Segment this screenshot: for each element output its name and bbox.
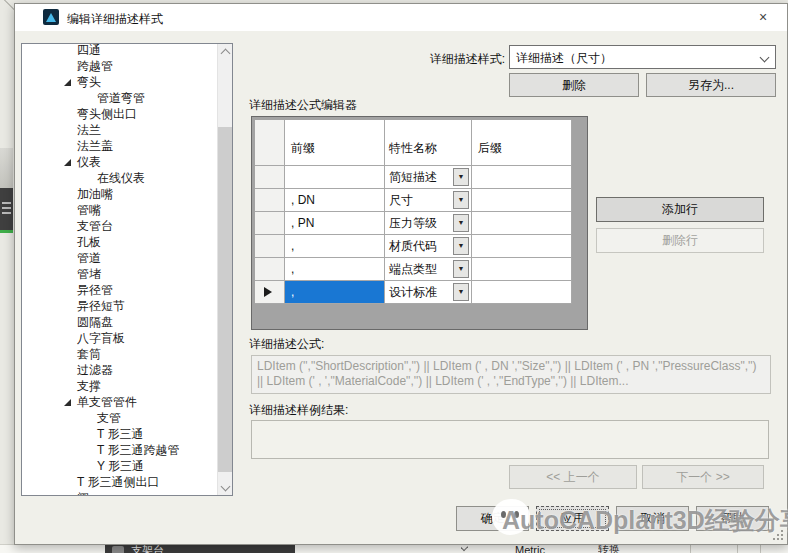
tree-item-label: 弯头侧出口 — [22, 106, 137, 122]
grid-corner-cell — [255, 120, 285, 166]
property-combobox[interactable]: 材质代码▼ — [385, 235, 472, 258]
expand-collapse-icon[interactable] — [64, 399, 71, 406]
suffix-cell[interactable] — [472, 189, 572, 212]
tree-item[interactable]: 弯头侧出口 — [22, 106, 217, 122]
resize-grip-icon[interactable] — [771, 528, 783, 540]
cancel-button[interactable]: 取消 — [616, 506, 689, 531]
prefix-cell[interactable]: , DN — [285, 189, 385, 212]
tree-item[interactable]: 管嘴 — [22, 202, 217, 218]
tree-item[interactable]: 四通 — [22, 43, 217, 58]
dropdown-button[interactable]: ▼ — [453, 237, 469, 255]
tree-item-label: 法兰 — [22, 122, 101, 138]
formula-grid[interactable]: 前缀 特性名称 后缀 简短描述▼, DN尺寸▼, PN压力等级▼,材质代码▼,端… — [255, 120, 572, 304]
close-icon[interactable]: × — [751, 7, 775, 28]
tree-item-label: 阀 — [22, 490, 89, 496]
tree-item[interactable]: 圆隔盘 — [22, 314, 217, 330]
formula-row[interactable]: ,端点类型▼ — [255, 258, 572, 281]
suffix-cell[interactable] — [472, 212, 572, 235]
scroll-down-icon[interactable] — [218, 480, 233, 495]
row-selector[interactable] — [255, 235, 285, 258]
property-combobox[interactable]: 端点类型▼ — [385, 258, 472, 281]
formula-row[interactable]: 简短描述▼ — [255, 166, 572, 189]
prefix-cell[interactable]: , — [285, 235, 385, 258]
scrollbar-thumb[interactable] — [218, 127, 233, 472]
edit-description-style-dialog: 编辑详细描述样式 × 四通跨越管弯头管道弯管弯头侧出口法兰法兰盖仪表在线仪表加油… — [14, 3, 788, 545]
tree-item[interactable]: 支管 — [22, 410, 217, 426]
background-grid-line — [690, 545, 691, 553]
suffix-cell[interactable] — [472, 258, 572, 281]
expand-collapse-icon[interactable] — [64, 159, 71, 166]
row-selector[interactable] — [255, 281, 285, 304]
apply-button[interactable]: 应用 — [536, 506, 609, 531]
tree-item-label: 异径管 — [22, 282, 113, 298]
prefix-cell[interactable]: , — [285, 258, 385, 281]
tree-item[interactable]: T 形三通侧出口 — [22, 474, 217, 490]
property-combobox[interactable]: 设计标准▼ — [385, 281, 472, 304]
row-selector[interactable] — [255, 166, 285, 189]
screen: 支架台 Metric 转换 编辑详细描述样式 × 四通跨越管弯头管道弯管弯头侧出… — [0, 0, 788, 553]
suffix-cell[interactable] — [472, 281, 572, 304]
dropdown-button[interactable]: ▼ — [453, 283, 469, 301]
add-row-button[interactable]: 添加行 — [596, 197, 764, 222]
tree-item[interactable]: Y 形三通 — [22, 458, 217, 474]
tree-item[interactable]: 仪表 — [22, 154, 217, 170]
tree-item[interactable]: 单支管管件 — [22, 394, 217, 410]
prefix-cell[interactable]: , — [285, 281, 385, 304]
row-selector[interactable] — [255, 258, 285, 281]
tree-item[interactable]: 阀 — [22, 490, 217, 496]
tree-item[interactable]: 支撑 — [22, 378, 217, 394]
prefix-cell[interactable]: , PN — [285, 212, 385, 235]
expand-collapse-icon[interactable] — [64, 79, 71, 86]
prefix-cell[interactable] — [285, 166, 385, 189]
help-button[interactable]: 帮助 — [696, 506, 769, 531]
row-selector[interactable] — [255, 212, 285, 235]
tree-item[interactable]: 法兰盖 — [22, 138, 217, 154]
formula-row[interactable]: , DN尺寸▼ — [255, 189, 572, 212]
dropdown-button[interactable]: ▼ — [453, 260, 469, 278]
tree-item[interactable]: T 形三通跨越管 — [22, 442, 217, 458]
title-bar[interactable]: 编辑详细描述样式 × — [15, 4, 787, 31]
row-selector[interactable] — [255, 189, 285, 212]
tree-item[interactable]: T 形三通 — [22, 426, 217, 442]
property-combobox[interactable]: 简短描述▼ — [385, 166, 472, 189]
tree-item[interactable]: 管堵 — [22, 266, 217, 282]
tree-item[interactable]: 过滤器 — [22, 362, 217, 378]
tree-item[interactable]: 孔板 — [22, 234, 217, 250]
property-combobox[interactable]: 尺寸▼ — [385, 189, 472, 212]
tree-item-label: 四通 — [22, 43, 101, 58]
formula-row[interactable]: ,材质代码▼ — [255, 235, 572, 258]
suffix-cell[interactable] — [472, 166, 572, 189]
part-category-tree[interactable]: 四通跨越管弯头管道弯管弯头侧出口法兰法兰盖仪表在线仪表加油嘴管嘴支管台孔板管道管… — [21, 43, 233, 496]
tree-item[interactable]: 法兰 — [22, 122, 217, 138]
tree-item[interactable]: 八字盲板 — [22, 330, 217, 346]
formula-row[interactable]: , PN压力等级▼ — [255, 212, 572, 235]
tree-item[interactable]: 支管台 — [22, 218, 217, 234]
dropdown-button[interactable]: ▼ — [453, 168, 469, 186]
style-combobox[interactable]: 详细描述（尺寸） — [509, 45, 776, 69]
tree-scrollbar[interactable] — [217, 44, 232, 495]
dropdown-button[interactable]: ▼ — [453, 191, 469, 209]
tree-item[interactable]: 跨越管 — [22, 58, 217, 74]
tree-item-label: 弯头 — [22, 74, 101, 90]
suffix-column-header: 后缀 — [472, 120, 572, 166]
formula-row[interactable]: ,设计标准▼ — [255, 281, 572, 304]
autocad-app-icon — [43, 9, 59, 25]
tree-item[interactable]: 异径短节 — [22, 298, 217, 314]
tree-item[interactable]: 加油嘴 — [22, 186, 217, 202]
save-as-button[interactable]: 另存为... — [646, 73, 776, 97]
tree-item-label: 套筒 — [22, 346, 101, 362]
scroll-up-icon[interactable] — [218, 44, 233, 59]
ok-button[interactable]: 确定 — [456, 506, 529, 531]
tree-item[interactable]: 在线仪表 — [22, 170, 217, 186]
tree-item[interactable]: 管道弯管 — [22, 90, 217, 106]
tree-item-label: 过滤器 — [22, 362, 113, 378]
suffix-cell[interactable] — [472, 235, 572, 258]
tree-item[interactable]: 异径管 — [22, 282, 217, 298]
tree-item[interactable]: 管道 — [22, 250, 217, 266]
tree-item-label: 加油嘴 — [22, 186, 113, 202]
property-combobox[interactable]: 压力等级▼ — [385, 212, 472, 235]
delete-style-button[interactable]: 删除 — [509, 73, 639, 97]
dropdown-button[interactable]: ▼ — [453, 214, 469, 232]
tree-item[interactable]: 套筒 — [22, 346, 217, 362]
tree-item[interactable]: 弯头 — [22, 74, 217, 90]
